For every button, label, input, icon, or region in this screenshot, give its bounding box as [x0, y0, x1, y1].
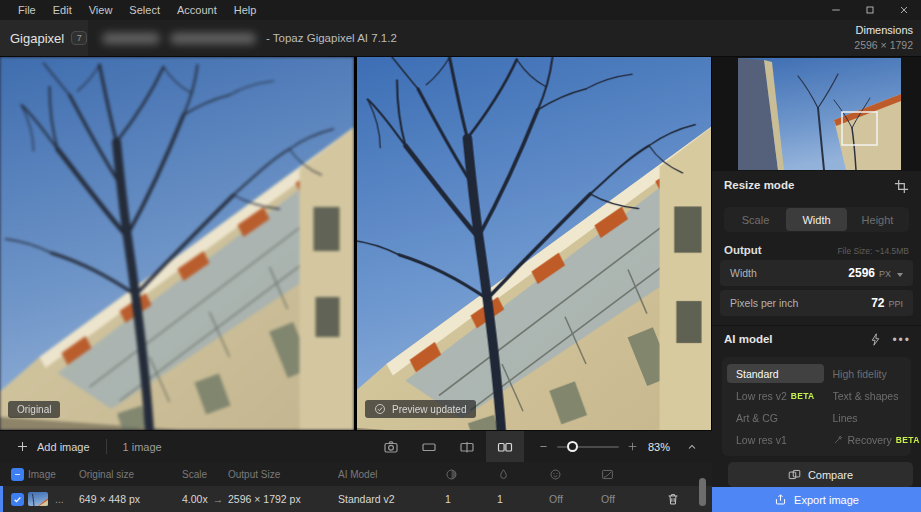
- row-checkbox[interactable]: [11, 493, 24, 506]
- row-scale[interactable]: 4.00x: [182, 493, 208, 505]
- model-low-res-v2[interactable]: Low res v2 BETA: [727, 386, 824, 405]
- row-gamma-value[interactable]: Off: [601, 493, 653, 505]
- split-view-icon: [459, 439, 475, 455]
- menu-account[interactable]: Account: [177, 4, 217, 16]
- app-title-suffix: - Topaz Gigapixel AI 7.1.2: [266, 32, 397, 44]
- tab-height[interactable]: Height: [847, 208, 908, 231]
- model-low-res-v1[interactable]: Low res v1: [727, 430, 824, 449]
- row-denoise-value[interactable]: 1: [497, 493, 549, 505]
- face-recovery-icon: [549, 468, 562, 481]
- maximize-button[interactable]: [853, 0, 887, 20]
- width-unit[interactable]: PX: [879, 269, 891, 279]
- navigator-zone: [712, 57, 921, 171]
- close-button[interactable]: [887, 0, 921, 20]
- model-lines[interactable]: Lines: [824, 408, 921, 427]
- lightning-icon[interactable]: [869, 333, 882, 346]
- row-thumbnail[interactable]: [28, 492, 48, 506]
- output-label: Output: [724, 244, 762, 256]
- ppi-field[interactable]: Pixels per inch 72 PPI: [720, 290, 913, 316]
- row-face-recovery-value[interactable]: Off: [549, 493, 601, 505]
- redacted-filename: [102, 33, 160, 44]
- navigator-thumbnail[interactable]: [738, 58, 901, 170]
- compare-button[interactable]: Compare: [728, 462, 913, 487]
- original-image: [0, 57, 354, 430]
- denoise-icon: [497, 468, 510, 481]
- toolbar-separator: [106, 439, 107, 454]
- row-ai-model[interactable]: Standard v2: [338, 493, 445, 505]
- header-image: Image: [28, 469, 79, 480]
- image-queue-table: Image Original size Scale Output Size AI…: [0, 462, 712, 512]
- width-field[interactable]: Width 2596 PX: [720, 260, 913, 286]
- zoom-percent[interactable]: 83%: [648, 441, 670, 453]
- beta-badge: BETA: [896, 435, 920, 445]
- queue-header-row: Image Original size Scale Output Size AI…: [0, 462, 712, 486]
- export-icon: [774, 493, 787, 506]
- row-output-size: 2596 × 1792 px: [228, 493, 338, 505]
- model-high-fidelity[interactable]: High fidelity: [824, 364, 921, 383]
- ai-model-title: AI model: [724, 333, 773, 345]
- zoom-slider: [538, 441, 638, 452]
- navigator-image: [738, 58, 901, 170]
- preview-image-pane[interactable]: Preview updated: [357, 57, 711, 430]
- output-row: Output File Size: ~14.5MB: [724, 244, 909, 256]
- split-view-button[interactable]: [448, 431, 486, 463]
- model-art-cg[interactable]: Art & CG: [727, 408, 824, 427]
- zoom-slider-knob[interactable]: [567, 441, 578, 452]
- ppi-value[interactable]: 72: [871, 296, 884, 310]
- version-badge[interactable]: 7: [71, 31, 87, 45]
- ai-model-actions: •••: [869, 333, 911, 346]
- menu-file[interactable]: File: [18, 4, 36, 16]
- resize-mode-tabs: Scale Width Height: [724, 207, 909, 232]
- zoom-in-icon[interactable]: [627, 441, 638, 452]
- panel-divider: [712, 325, 921, 326]
- delete-trash-icon[interactable]: [666, 492, 680, 506]
- model-text-shapes[interactable]: Text & shapes: [824, 386, 921, 405]
- queue-row[interactable]: ... 649 × 448 px 4.00x → 2596 × 1792 px …: [0, 486, 712, 512]
- header-original-size: Original size: [79, 469, 182, 480]
- original-image-pane[interactable]: Original: [0, 57, 354, 430]
- menu-edit[interactable]: Edit: [53, 4, 72, 16]
- preview-updated-badge: Preview updated: [365, 400, 476, 418]
- window-controls: [819, 0, 921, 20]
- beta-badge: BETA: [791, 391, 815, 401]
- row-original-size: 649 × 448 px: [79, 493, 182, 505]
- zoom-out-icon[interactable]: [538, 441, 549, 452]
- row-sharpen-value[interactable]: 1: [445, 493, 497, 505]
- preview-image: [357, 57, 711, 430]
- unit-dropdown-caret-icon[interactable]: [897, 273, 903, 277]
- table-scrollbar[interactable]: [699, 478, 706, 506]
- zoom-menu-button[interactable]: [678, 431, 706, 463]
- snapshot-camera-button[interactable]: [372, 431, 410, 463]
- add-image-button[interactable]: Add image: [0, 431, 106, 462]
- recovery-wand-icon: [833, 434, 844, 445]
- minimize-button[interactable]: [819, 0, 853, 20]
- original-badge: Original: [8, 401, 60, 418]
- tab-scale[interactable]: Scale: [725, 208, 786, 231]
- dimensions-value: 2596 × 1792: [854, 38, 913, 54]
- model-standard[interactable]: Standard: [727, 364, 824, 383]
- header-ai-model: AI Model: [338, 469, 445, 480]
- side-by-side-icon: [497, 439, 513, 455]
- image-count: 1 image: [123, 441, 162, 453]
- menu-help[interactable]: Help: [234, 4, 257, 16]
- app-name: Gigapixel: [10, 31, 64, 46]
- camera-icon: [383, 439, 399, 455]
- bottom-toolbar: Add image 1 image 83%: [0, 430, 712, 462]
- header-scale: Scale: [182, 469, 228, 480]
- zoom-slider-track[interactable]: [557, 446, 619, 448]
- model-recovery[interactable]: Recovery BETA: [824, 430, 921, 449]
- single-view-button[interactable]: [410, 431, 448, 463]
- crop-icon[interactable]: [894, 179, 909, 194]
- export-image-button[interactable]: Export image: [712, 487, 921, 512]
- width-value[interactable]: 2596: [848, 266, 875, 280]
- right-panel: Resize mode Scale Width Height Output Fi…: [712, 57, 921, 512]
- dimensions-label: Dimensions: [854, 22, 913, 39]
- more-options-icon[interactable]: •••: [892, 335, 911, 345]
- select-all-checkbox[interactable]: [11, 468, 24, 481]
- side-by-side-view-button[interactable]: [486, 431, 524, 463]
- resize-mode-title: Resize mode: [724, 179, 794, 191]
- menu-select[interactable]: Select: [129, 4, 160, 16]
- chevron-up-icon: [686, 441, 698, 453]
- menu-view[interactable]: View: [89, 4, 113, 16]
- tab-width[interactable]: Width: [786, 208, 847, 231]
